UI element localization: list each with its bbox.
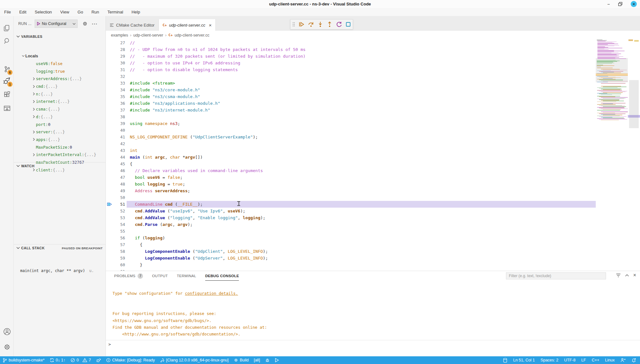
- line-number[interactable]: 50: [113, 195, 125, 200]
- variable-row-internet[interactable]: internet: {...}: [14, 98, 106, 105]
- breakpoint-gutter[interactable]: [106, 167, 113, 174]
- language-mode-item[interactable]: C++: [592, 358, 599, 362]
- os-item[interactable]: Linux: [605, 358, 615, 362]
- breakpoint-gutter[interactable]: [106, 181, 113, 187]
- line-number[interactable]: 35: [113, 94, 125, 99]
- breakpoint-gutter[interactable]: [106, 127, 113, 134]
- tab-problems[interactable]: PROBLEMS 7: [114, 271, 143, 281]
- breakpoint-gutter[interactable]: [106, 187, 113, 194]
- code-line-57[interactable]: 57 {: [106, 241, 596, 248]
- line-number[interactable]: 54: [113, 222, 125, 227]
- close-panel-icon[interactable]: ×: [633, 272, 636, 278]
- build-target-item[interactable]: [all]: [254, 358, 260, 362]
- stack-frame-row[interactable]: main(int argc, char ** argv) u.: [20, 269, 104, 273]
- breakpoint-gutter[interactable]: [106, 46, 113, 53]
- line-number[interactable]: 53: [113, 215, 125, 220]
- line-number[interactable]: 47: [113, 175, 125, 180]
- breadcrumb-item[interactable]: examples: [111, 33, 128, 37]
- code-line-36[interactable]: 36#include "ns3/applications-module.h": [106, 100, 596, 107]
- cmake-kit-item[interactable]: [Clang 12.0.0 x86_64-pc-linux-gnu]: [160, 358, 229, 362]
- eol-item[interactable]: LF: [581, 358, 586, 362]
- tab-cmake-cache-editor[interactable]: CMake Cache Editor: [106, 19, 159, 31]
- sidebar-item-extensions[interactable]: [0, 88, 14, 101]
- debug-config-dropdown[interactable]: No Configural: [35, 20, 78, 28]
- code-line-61[interactable]: 61: [106, 268, 596, 271]
- line-number[interactable]: 31: [113, 67, 125, 72]
- continue-icon[interactable]: [298, 21, 305, 28]
- breakpoint-gutter[interactable]: [106, 161, 113, 167]
- menu-run[interactable]: Run: [91, 10, 99, 14]
- code-line-45[interactable]: 45{: [106, 161, 596, 167]
- console-prompt-row[interactable]: >: [106, 340, 640, 348]
- breakpoint-gutter[interactable]: [106, 268, 113, 271]
- breakpoint-gutter[interactable]: [106, 107, 113, 113]
- line-number[interactable]: 37: [113, 108, 125, 112]
- line-number[interactable]: 51: [113, 202, 125, 207]
- code-line-46[interactable]: 46 // Declare variables used in command-…: [106, 167, 596, 174]
- tab-terminal[interactable]: TERMINAL: [177, 271, 196, 281]
- line-number[interactable]: 38: [113, 114, 125, 119]
- breakpoint-gutter[interactable]: [106, 60, 113, 66]
- code-line-56[interactable]: 56 if (logging): [106, 235, 596, 241]
- editor-scrollbar[interactable]: [629, 80, 639, 128]
- code-line-32[interactable]: 32: [106, 73, 596, 80]
- breakpoint-gutter[interactable]: [106, 73, 113, 80]
- line-number[interactable]: 33: [113, 81, 125, 86]
- breakpoint-gutter[interactable]: [106, 100, 113, 107]
- line-number[interactable]: 39: [113, 121, 125, 126]
- breakpoint-gutter[interactable]: [106, 235, 113, 241]
- breakpoint-gutter[interactable]: [106, 194, 113, 201]
- line-number[interactable]: 48: [113, 182, 125, 186]
- close-tab-icon[interactable]: ×: [209, 22, 212, 28]
- code-line-59[interactable]: 59 LogComponentEnable ("UdpServer", LOG_…: [106, 255, 596, 261]
- breakpoint-gutter[interactable]: [106, 147, 113, 154]
- restart-icon[interactable]: [336, 21, 342, 28]
- more-actions-button[interactable]: ···: [92, 21, 97, 27]
- breakpoint-gutter[interactable]: [106, 154, 113, 161]
- line-number[interactable]: 44: [113, 155, 125, 160]
- code-line-31[interactable]: 31// - option to disable logging stateme…: [106, 66, 596, 73]
- console-filter-input[interactable]: [506, 272, 606, 279]
- breadcrumb-item[interactable]: udp-client-server: [133, 33, 163, 37]
- breakpoint-gutter[interactable]: [106, 214, 113, 221]
- line-number[interactable]: 30: [113, 61, 125, 65]
- problems-status-item[interactable]: 0 7: [71, 358, 91, 362]
- sidebar-item-run-debug[interactable]: 1: [0, 75, 14, 87]
- code-line-28[interactable]: 28// - UDP flow from n0 to n1 of 1024 by…: [106, 46, 596, 53]
- breakpoint-gutter[interactable]: [106, 66, 113, 73]
- breakpoint-gutter[interactable]: [106, 113, 113, 120]
- code-line-54[interactable]: 54 cmd.Parse (argc, argv);: [106, 221, 596, 228]
- breadcrumb-item[interactable]: udp-client-server.cc: [175, 33, 209, 37]
- minimap[interactable]: [596, 39, 628, 271]
- menu-terminal[interactable]: Terminal: [107, 10, 123, 14]
- restore-button[interactable]: [618, 2, 622, 6]
- line-number[interactable]: 27: [113, 40, 125, 45]
- breakpoint-gutter[interactable]: [106, 255, 113, 261]
- step-out-icon[interactable]: [326, 21, 333, 28]
- variable-row-cmd[interactable]: cmd: {...}: [14, 83, 106, 90]
- debug-status-item[interactable]: [96, 358, 101, 363]
- line-number[interactable]: 41: [113, 135, 125, 139]
- settings-button[interactable]: [0, 341, 14, 353]
- tab-output[interactable]: OUTPUT: [152, 271, 168, 281]
- notifications-item[interactable]: [631, 358, 636, 363]
- variable-row-MaxPacketSize[interactable]: MaxPacketSize: 0: [14, 143, 106, 151]
- code-line-53[interactable]: 53 cmd.AddValue ("logging", "Enable logg…: [106, 214, 596, 221]
- line-number[interactable]: 29: [113, 54, 125, 59]
- breakpoint-gutter[interactable]: [106, 39, 113, 46]
- code-line-40[interactable]: 40: [106, 127, 596, 134]
- launch-target-item[interactable]: [275, 358, 279, 362]
- code-line-37[interactable]: 37#include "ns3/internet-module.h": [106, 107, 596, 113]
- breakpoint-gutter[interactable]: [106, 241, 113, 248]
- feedback-item[interactable]: [620, 358, 626, 362]
- menu-file[interactable]: File: [4, 10, 11, 14]
- code-line-44[interactable]: 44main (int argc, char *argv[]): [106, 154, 596, 161]
- code-line-38[interactable]: 38: [106, 113, 596, 120]
- start-debug-icon[interactable]: [37, 22, 40, 26]
- code-line-60[interactable]: 60 }: [106, 261, 596, 268]
- filter-icon[interactable]: [616, 273, 621, 278]
- indentation-item[interactable]: Spaces: 2: [541, 358, 559, 362]
- variables-section-header[interactable]: VARIABLES: [14, 33, 106, 40]
- menu-view[interactable]: View: [60, 10, 69, 14]
- variable-row-interPacketInterval[interactable]: interPacketInterval: {...}: [14, 151, 106, 159]
